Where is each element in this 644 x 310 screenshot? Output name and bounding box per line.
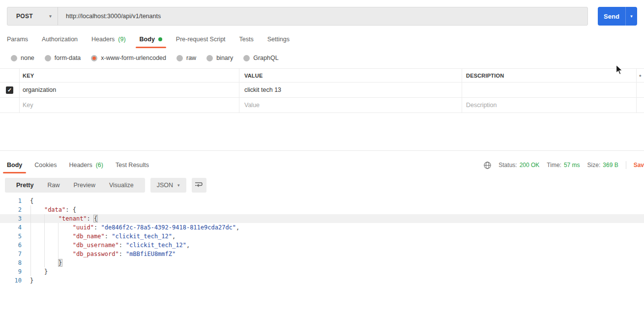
body-mode-options: noneform-datax-www-form-urlencodedrawbin… xyxy=(11,52,279,64)
body-mode-graphql[interactable]: GraphQL xyxy=(243,55,278,61)
view-preview[interactable]: Preview xyxy=(66,178,102,193)
request-tabs: ParamsAuthorizationHeaders(9)BodyPre-req… xyxy=(7,31,290,47)
json-string-value: "mBBfiEU8mmfZ" xyxy=(126,251,176,257)
save-response-button[interactable]: Sav xyxy=(634,162,644,169)
json-string-value: "clickit_tech_12" xyxy=(126,242,186,249)
meta-divider xyxy=(626,161,626,169)
radio-icon[interactable] xyxy=(243,55,250,61)
radio-icon[interactable] xyxy=(45,55,51,61)
column-header-value: VALUE xyxy=(239,69,462,82)
language-select[interactable]: JSON ▾ xyxy=(150,178,186,193)
body-mode-x-www-form-urlencoded[interactable]: x-www-form-urlencoded xyxy=(91,55,166,61)
key-cell[interactable]: organization xyxy=(20,83,239,97)
tab-label: Settings xyxy=(267,36,290,43)
code-line-content: "tenant": { xyxy=(22,214,97,223)
line-number: 9 xyxy=(0,267,22,276)
code-line-content: "data": { xyxy=(22,205,76,214)
url-input[interactable]: http://localhost:3000/api/v1/tenants xyxy=(58,7,587,25)
value-cell[interactable]: clickit tech 13 xyxy=(239,83,462,97)
line-number: 2 xyxy=(0,205,22,214)
line-number: 10 xyxy=(0,276,22,285)
table-options-icon[interactable]: • xyxy=(637,69,644,82)
body-kv-table: KEY VALUE DESCRIPTION • ✓ organization c… xyxy=(0,68,644,113)
code-line-content: } xyxy=(22,267,48,276)
tab-headers[interactable]: Headers(9) xyxy=(91,31,126,47)
green-dot-icon xyxy=(158,37,162,41)
size-value: 369 B xyxy=(603,162,618,169)
view-pretty[interactable]: Pretty xyxy=(9,178,40,193)
send-options-chevron-icon[interactable]: ▾ xyxy=(626,7,637,26)
json-punctuation: , xyxy=(236,224,239,231)
tab-settings[interactable]: Settings xyxy=(267,31,290,47)
json-punctuation: } xyxy=(59,259,62,266)
key-input[interactable]: Key xyxy=(20,98,239,113)
body-mode-binary[interactable]: binary xyxy=(206,55,233,61)
tab-pre-request-script[interactable]: Pre-request Script xyxy=(176,31,226,47)
description-input[interactable]: Description xyxy=(462,98,637,113)
code-line-7: 7 "db_password": "mBBfiEU8mmfZ" xyxy=(0,250,644,258)
json-key: "tenant" xyxy=(59,215,87,222)
json-punctuation: { xyxy=(94,215,97,222)
tab-body[interactable]: Body xyxy=(140,31,162,47)
radio-icon[interactable] xyxy=(206,55,213,61)
tab-params[interactable]: Params xyxy=(7,31,28,47)
json-key: "db_password" xyxy=(73,251,119,257)
radio-icon[interactable] xyxy=(11,55,17,61)
body-mode-form-data[interactable]: form-data xyxy=(45,55,81,61)
radio-icon[interactable] xyxy=(176,55,183,61)
send-label[interactable]: Send xyxy=(598,7,626,26)
tab-cookies[interactable]: Cookies xyxy=(34,158,57,172)
tab-count-badge: (6) xyxy=(96,162,103,169)
tab-label: Params xyxy=(7,36,28,43)
radio-selected-icon[interactable] xyxy=(91,55,97,61)
json-punctuation: : xyxy=(87,215,94,222)
tab-tests[interactable]: Tests xyxy=(239,31,254,47)
tab-authorization[interactable]: Authorization xyxy=(42,31,78,47)
json-key: "db_name" xyxy=(73,233,105,240)
body-mode-label: GraphQL xyxy=(253,55,278,61)
tab-label: Tests xyxy=(239,36,254,43)
row-checkbox[interactable]: ✓ xyxy=(6,86,13,94)
body-mode-label: x-www-form-urlencoded xyxy=(101,55,166,61)
json-punctuation: } xyxy=(30,277,33,284)
json-key: "db_username" xyxy=(73,242,119,249)
code-line-9: 9 } xyxy=(0,267,644,276)
json-punctuation xyxy=(30,224,73,231)
description-cell[interactable] xyxy=(462,83,637,97)
json-punctuation xyxy=(30,206,44,213)
json-punctuation: : xyxy=(94,224,101,231)
tab-label: Body xyxy=(7,162,22,169)
tab-body[interactable]: Body xyxy=(7,158,22,172)
response-body-code: 1{2 "data": {3 "tenant": {4 "uuid": "de8… xyxy=(0,197,644,285)
method-url-bar: POST ▾ http://localhost:3000/api/v1/tena… xyxy=(7,7,588,26)
code-line-8: 8 } xyxy=(0,258,644,267)
line-number: 7 xyxy=(0,250,22,258)
body-mode-raw[interactable]: raw xyxy=(176,55,196,61)
json-key: "data" xyxy=(44,206,65,213)
status-label: Status: xyxy=(498,162,517,169)
tab-label: Cookies xyxy=(34,162,57,169)
globe-icon[interactable] xyxy=(484,162,491,169)
tab-label: Pre-request Script xyxy=(176,36,226,43)
app-root: POST ▾ http://localhost:3000/api/v1/tena… xyxy=(0,0,644,310)
status-value: 200 OK xyxy=(520,162,540,169)
view-raw[interactable]: Raw xyxy=(40,178,66,193)
code-line-content: "db_username": "clickit_tech_12", xyxy=(22,241,190,250)
send-button[interactable]: Send ▾ xyxy=(598,7,637,26)
tab-headers[interactable]: Headers(6) xyxy=(69,158,103,172)
line-number: 8 xyxy=(0,258,22,267)
view-visualize[interactable]: Visualize xyxy=(102,178,141,193)
wrap-text-button[interactable] xyxy=(192,178,206,193)
json-key: "uuid" xyxy=(73,224,94,231)
code-line-4: 4 "uuid": "de846f2c-78a5-4392-9418-811e9… xyxy=(0,223,644,232)
header-checkbox-cell xyxy=(0,69,20,82)
time-label: Time: xyxy=(547,162,561,169)
method-select[interactable]: POST ▾ xyxy=(7,7,58,25)
value-input[interactable]: Value xyxy=(239,98,462,113)
json-punctuation: , xyxy=(172,233,176,240)
body-mode-none[interactable]: none xyxy=(11,55,34,61)
line-number: 3 xyxy=(0,214,22,223)
tab-test-results[interactable]: Test Results xyxy=(116,158,149,172)
body-mode-label: form-data xyxy=(55,55,81,61)
tab-label: Headers xyxy=(69,162,92,169)
